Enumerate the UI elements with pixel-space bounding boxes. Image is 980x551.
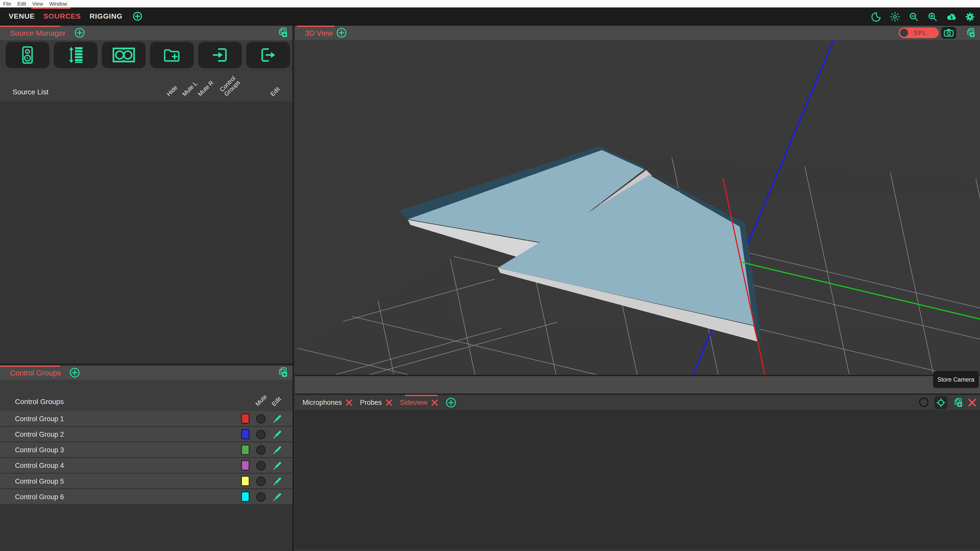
menu-view[interactable]: View — [32, 1, 43, 6]
add-bottom-tab-button[interactable] — [445, 397, 456, 408]
toggle-knob — [900, 29, 908, 37]
zoom-out-icon[interactable] — [909, 11, 919, 21]
close-panel-icon[interactable] — [968, 398, 976, 407]
column-mute: Mute — [255, 394, 268, 407]
group-color-swatch[interactable] — [241, 413, 249, 424]
edit-pencil-icon[interactable] — [272, 460, 281, 472]
menu-edit[interactable]: Edit — [18, 1, 26, 6]
close-icon[interactable] — [431, 399, 438, 406]
close-icon[interactable] — [386, 399, 393, 406]
sun-icon[interactable] — [890, 11, 900, 21]
add-source-button[interactable] — [74, 27, 85, 38]
table-row[interactable]: Control Group 4 — [0, 458, 293, 473]
control-groups-table-header: Control Groups Mute Edit — [0, 380, 293, 411]
export-icon — [260, 47, 277, 63]
table-row[interactable]: Control Group 3 — [0, 442, 293, 458]
add-circle-icon — [132, 11, 142, 21]
panel-title: Control Groups — [10, 368, 61, 377]
add-control-group-button[interactable] — [70, 367, 80, 378]
line-array-icon — [67, 46, 84, 64]
duplicate-panel-icon[interactable] — [277, 27, 287, 38]
source-manager-header[interactable]: Source Manager — [0, 25, 293, 40]
viewport-footer-band: Store Camera — [295, 375, 980, 395]
close-icon[interactable] — [345, 399, 352, 406]
source-list-empty-area[interactable] — [0, 101, 293, 364]
circle-outline-icon[interactable] — [919, 397, 929, 407]
3d-viewport[interactable] — [295, 40, 980, 375]
moon-icon[interactable] — [871, 11, 881, 21]
cloud-download-icon[interactable] — [946, 11, 956, 21]
table-row[interactable]: Control Group 2 — [0, 427, 293, 442]
spl-toggle-label: SPL — [914, 29, 927, 36]
duplicate-panel-icon[interactable] — [953, 398, 963, 407]
control-group-label: Control Group 5 — [15, 477, 64, 485]
mute-button[interactable] — [256, 430, 266, 439]
menu-window[interactable]: Window — [49, 1, 67, 6]
duplicate-panel-icon[interactable] — [966, 28, 975, 38]
mute-button[interactable] — [256, 445, 266, 454]
control-groups-empty-area — [0, 505, 293, 544]
edit-pencil-icon[interactable] — [272, 492, 281, 503]
tab-rigging[interactable]: RIGGING — [89, 13, 123, 20]
panel-title: Source Manager — [10, 28, 65, 37]
bottom-view-tabs: Microphones Probes Sideview — [295, 395, 980, 410]
mute-button[interactable] — [256, 414, 266, 423]
mute-button[interactable] — [256, 492, 266, 502]
group-color-swatch[interactable] — [241, 476, 249, 486]
table-row[interactable]: Control Group 5 — [0, 473, 293, 489]
menu-file[interactable]: File — [3, 1, 11, 6]
duplicate-panel-icon[interactable] — [277, 367, 287, 377]
control-group-label: Control Group 1 — [15, 415, 64, 422]
3d-view-header[interactable]: 3D View SPL — [295, 25, 980, 40]
sideview-panel-content[interactable] — [295, 410, 980, 550]
tab-microphones[interactable]: Microphones — [302, 399, 352, 406]
add-subwoofer-button[interactable] — [102, 42, 145, 68]
mute-button[interactable] — [256, 461, 266, 470]
table-row[interactable]: Control Group 6 — [0, 489, 293, 505]
screenshot-button[interactable] — [941, 27, 956, 39]
add-tab-button[interactable] — [132, 11, 142, 21]
panel-divider[interactable] — [0, 364, 293, 365]
group-color-swatch[interactable] — [241, 492, 249, 502]
menu-bar: File Edit View Window — [0, 0, 980, 7]
edit-pencil-icon[interactable] — [272, 429, 281, 440]
store-camera-button[interactable] — [934, 395, 947, 409]
source-toolbar — [0, 40, 293, 70]
main-tab-bar: VENUE SOURCES RIGGING — [0, 7, 980, 25]
import-sources-button[interactable] — [198, 42, 242, 68]
source-manager-panel: Source Manager — [0, 25, 294, 551]
tab-3d-view[interactable]: 3D View — [305, 29, 333, 38]
group-color-swatch[interactable] — [241, 429, 249, 439]
control-group-label: Control Group 3 — [15, 446, 64, 454]
settings-gear-icon[interactable] — [965, 11, 975, 21]
control-group-label: Control Group 2 — [15, 430, 64, 438]
group-color-swatch[interactable] — [241, 460, 249, 470]
table-row[interactable]: Control Group 1 — [0, 411, 293, 427]
add-point-source-button[interactable] — [6, 42, 49, 68]
add-circle-icon — [445, 397, 456, 408]
tab-label: Microphones — [302, 399, 342, 406]
add-circle-icon — [70, 367, 80, 378]
zoom-in-icon[interactable] — [928, 11, 937, 21]
tab-sideview[interactable]: Sideview — [400, 399, 438, 406]
add-circle-icon — [336, 27, 347, 38]
export-sources-button[interactable] — [246, 42, 290, 68]
add-circle-icon — [74, 27, 85, 38]
group-color-swatch[interactable] — [241, 445, 249, 455]
tab-sources[interactable]: SOURCES — [44, 13, 81, 20]
tab-label: Sideview — [400, 399, 428, 406]
spl-toggle[interactable]: SPL — [899, 27, 939, 38]
open-source-library-button[interactable] — [150, 42, 194, 68]
edit-pencil-icon[interactable] — [272, 476, 281, 487]
store-camera-target-icon — [936, 398, 946, 407]
mute-button[interactable] — [256, 476, 266, 486]
add-line-array-button[interactable] — [54, 42, 97, 68]
source-list-title: Source List — [13, 88, 48, 95]
tab-venue[interactable]: VENUE — [9, 13, 35, 20]
tab-probes[interactable]: Probes — [360, 399, 393, 406]
control-group-label: Control Group 4 — [15, 462, 64, 469]
add-view-button[interactable] — [336, 27, 347, 38]
control-groups-header[interactable]: Control Groups — [0, 365, 293, 380]
edit-pencil-icon[interactable] — [272, 445, 281, 456]
edit-pencil-icon[interactable] — [272, 413, 281, 425]
